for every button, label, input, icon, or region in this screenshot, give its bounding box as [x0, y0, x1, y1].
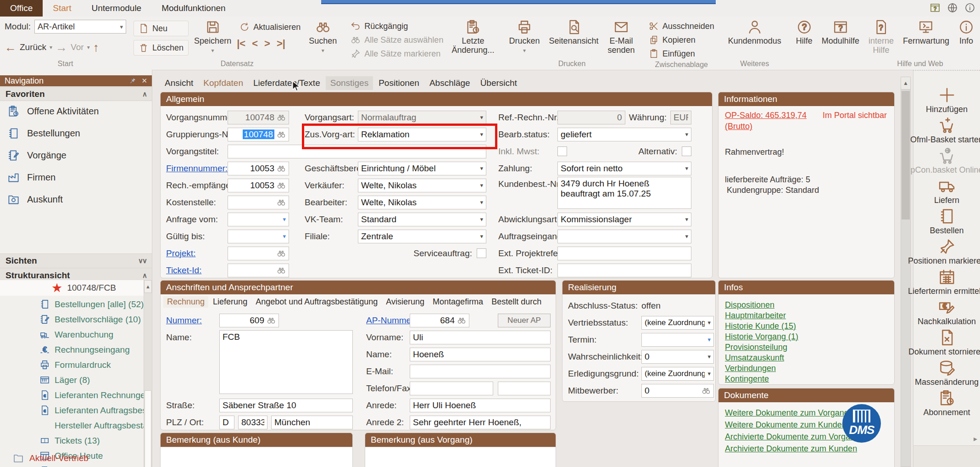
anrede-field[interactable]: Herr Uli Hoeneß: [410, 399, 551, 412]
cut-button[interactable]: Ausschneiden: [646, 19, 717, 33]
action-button[interactable]: pCon.basket Online: [913, 147, 980, 177]
paste-button[interactable]: Einfügen: [646, 47, 717, 61]
tree-item[interactable]: Lieferanten Auftragsbestätigungen: [0, 403, 144, 418]
alternativ-checkbox[interactable]: [682, 146, 691, 156]
vorgangsnummer-field[interactable]: 100748: [228, 111, 289, 124]
remote-support-button[interactable]: Fernwartung: [899, 18, 953, 46]
ap-name-field[interactable]: Hoeneß: [410, 348, 551, 361]
anschrift-tab[interactable]: Rechnung: [163, 296, 208, 308]
scroll-up-icon[interactable]: ▲: [144, 280, 152, 293]
tree-item-selected[interactable]: ★ 100748/FCB: [0, 280, 144, 296]
bearbeiter-select[interactable]: Welte, Nikolas▾: [358, 196, 486, 209]
vk-team-select[interactable]: Standard▾: [358, 213, 486, 226]
projekt-link[interactable]: Projekt:: [166, 248, 228, 259]
bemerkung-kunde-field[interactable]: [161, 447, 352, 467]
anrede2-field[interactable]: Sehr geehrter Herr Hoeneß,: [410, 416, 551, 429]
email-field[interactable]: [410, 365, 551, 378]
rech-empfaenger-field[interactable]: 10053: [228, 179, 289, 192]
zahlung-select[interactable]: Sofort rein netto▾: [557, 162, 691, 175]
refresh-button[interactable]: Aktualisieren: [237, 20, 303, 34]
inkl-mwst-checkbox[interactable]: [557, 146, 567, 156]
zus-vorg-art-select[interactable]: Reklamation▾: [358, 128, 486, 141]
fax-field[interactable]: [498, 382, 551, 395]
collapse-sidebar-icon[interactable]: ▸: [974, 434, 977, 443]
anschrift-tab[interactable]: Angebot und Auftragsbestätigung: [252, 296, 381, 308]
mark-all-records-button[interactable]: Alle Sätze markieren: [348, 47, 446, 61]
action-button[interactable]: Liefern: [913, 177, 980, 208]
section-header-sichten[interactable]: Sichten∨∨: [0, 253, 152, 268]
modul-select[interactable]: AR-Artikel▾: [34, 20, 126, 34]
send-email-button[interactable]: E-Mailsenden: [604, 18, 639, 56]
last-record-button[interactable]: >|: [277, 38, 285, 50]
land-field[interactable]: D: [219, 416, 234, 429]
globe-icon[interactable]: [947, 2, 958, 13]
vorgangsart-select[interactable]: Normalauftrag▾: [358, 111, 486, 124]
ticket-id-field[interactable]: [228, 264, 289, 277]
new-button[interactable]: Neu: [134, 21, 189, 36]
tree-item[interactable]: Lieferanten Rechnungen: [0, 388, 144, 403]
lookup-icon[interactable]: [277, 181, 286, 190]
serviceauftrag-checkbox[interactable]: [477, 248, 486, 258]
firmennummer-field[interactable]: 10053: [228, 162, 289, 175]
bemerkung-vorgang-field[interactable]: [365, 447, 556, 467]
tree-item[interactable]: Warenbuchung: [0, 327, 144, 342]
lookup-icon[interactable]: [267, 316, 276, 325]
dokument-link[interactable]: Archivierte Dokumente zum Vorgang: [725, 431, 861, 443]
dokument-link[interactable]: Weitere Dokumente zum Vorgang (1): [725, 407, 861, 419]
favorite-item[interactable]: Bestellungen: [0, 122, 152, 144]
print-button[interactable]: Drucken▾: [505, 18, 543, 56]
form-tab[interactable]: Lieferdaten/Texte: [249, 76, 325, 90]
action-button[interactable]: Ofml-Basket starten: [913, 117, 980, 147]
tree-item[interactable]: Bestellungen [alle] (52): [0, 297, 144, 312]
lookup-icon[interactable]: [277, 249, 286, 258]
favorite-item[interactable]: Firmen: [0, 166, 152, 188]
window-tab[interactable]: Modulfunktionen: [151, 0, 235, 17]
ap-nummer-field[interactable]: 684: [410, 314, 469, 327]
projekt-field[interactable]: [228, 247, 289, 260]
lookup-icon[interactable]: [457, 316, 466, 325]
mitbewerber-field[interactable]: 0: [641, 384, 714, 398]
window-help-icon[interactable]: [930, 2, 941, 13]
lookup-icon[interactable]: [277, 198, 286, 207]
next-record-button[interactable]: >: [264, 38, 270, 50]
bearb-status-select[interactable]: geliefert▾: [557, 128, 691, 141]
gueltig-bis-select[interactable]: ▾: [228, 230, 289, 243]
auftragseingangsart-select[interactable]: ▾: [557, 230, 691, 243]
gruppierungs-nr-field[interactable]: 100748: [228, 128, 289, 141]
help-button[interactable]: Hilfe: [792, 18, 816, 46]
form-tab[interactable]: Positionen: [374, 76, 424, 90]
scroll-thumb[interactable]: [902, 91, 910, 219]
form-tab[interactable]: Abschläge: [425, 76, 475, 90]
anschrift-tab[interactable]: Bestellt durch: [488, 296, 545, 308]
geschaeftsbereich-select[interactable]: Einrichtung / Möbel▾: [358, 162, 486, 175]
ticket-id-link[interactable]: Ticket-Id:: [166, 265, 228, 276]
dokument-link[interactable]: Weitere Dokumente zum Kunden (0): [725, 419, 861, 431]
customer-mode-button[interactable]: Kundenmodus: [724, 18, 785, 46]
tree-item-aktuell-vertrieb[interactable]: Aktuell-Vertrieb: [0, 451, 89, 465]
tree-item[interactable]: Bestellvorschläge (10): [0, 312, 144, 327]
action-button[interactable]: Nachkalkulation: [913, 298, 980, 329]
info-link[interactable]: Historie Kunde (15): [725, 321, 798, 332]
form-tab[interactable]: Ansicht: [160, 76, 198, 90]
save-button[interactable]: Speichern▾: [190, 18, 235, 56]
lookup-icon[interactable]: [702, 386, 711, 395]
form-tab[interactable]: Sonstiges: [326, 76, 373, 90]
copy-button[interactable]: Kopieren: [646, 33, 717, 47]
action-button[interactable]: Hinzufügen: [913, 86, 980, 117]
info-button[interactable]: Info: [955, 18, 978, 46]
wahrscheinlichkeit-select[interactable]: 0▾: [641, 350, 714, 364]
info-link[interactable]: Dispositionen: [725, 300, 798, 310]
verkaeufer-select[interactable]: Welte, Nikolas▾: [358, 179, 486, 192]
termin-select[interactable]: ▾: [641, 333, 714, 347]
undo-button[interactable]: Rückgängig: [348, 19, 446, 33]
prev-record-button[interactable]: <: [252, 38, 258, 50]
delete-button[interactable]: Löschen: [134, 40, 189, 56]
nav-scrollbar[interactable]: ▲: [144, 280, 152, 467]
tree-item[interactable]: Läger (8): [0, 372, 144, 388]
lookup-icon[interactable]: [277, 130, 286, 139]
select-all-records-button[interactable]: Alle Sätze auswählen: [348, 33, 446, 47]
kostenstelle-field[interactable]: [228, 196, 289, 209]
vertriebsstatus-select[interactable]: (keine Zuordnung)▾: [641, 316, 714, 330]
kundenbest-nr-field[interactable]: 3479 durch Hr Hoeneß beauftragt am 15.07…: [557, 177, 691, 209]
up-arrow-icon[interactable]: ↑: [93, 40, 99, 55]
